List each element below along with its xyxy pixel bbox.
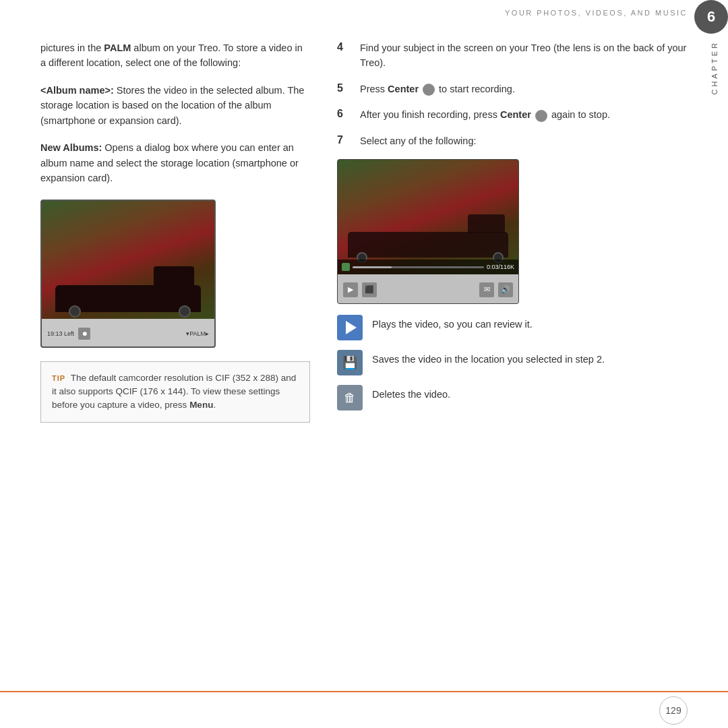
chapter-vertical-label: CHAPTER <box>710 40 719 95</box>
step-text-6: After you finish recording, press Center… <box>360 107 610 122</box>
step-number-5: 5 <box>337 82 351 94</box>
truck2-body <box>348 232 508 257</box>
toolbar-icon-camera: ⏺ <box>78 328 90 340</box>
toolbar-palm-label: ▾PALM▸ <box>186 330 209 337</box>
video-screenshot: 0:03/116K ▶ ⬛ ✉ 🔊 <box>337 159 519 304</box>
main-content: pictures in the PALM album on your Treo.… <box>40 34 688 688</box>
action-icon-save: 💾 <box>337 350 363 375</box>
device-screenshot-left: 19:13 Left ⏺ ▾PALM▸ <box>40 200 216 348</box>
video-timer: 0:03/116K <box>487 264 514 270</box>
center-button-icon-6 <box>535 110 547 122</box>
action-text-save: Saves the video in the location you sele… <box>372 350 605 367</box>
step-text-4: Find your subject in the screen on your … <box>360 40 688 71</box>
video-toolbar: ▶ ⬛ ✉ 🔊 <box>338 274 518 304</box>
bold-album-name: <Album name>: <box>40 85 114 96</box>
bold-palm: PALM <box>104 42 131 53</box>
action-play: Plays the video, so you can review it. <box>337 315 688 340</box>
video-play-icon <box>342 263 350 271</box>
footer-bar: 129 <box>0 691 728 728</box>
video-toolbar-icon-4: 🔊 <box>498 282 513 297</box>
truck2-cab <box>468 214 505 233</box>
truck-silhouette-left <box>55 265 201 312</box>
video-main-image: 0:03/116K <box>338 160 518 274</box>
truck-cab <box>154 266 194 286</box>
action-delete: 🗑 Deletes the video. <box>337 385 688 411</box>
header-bar: YOUR PHOTOS, VIDEOS, AND MUSIC <box>0 0 728 26</box>
video-toolbar-icon-1: ▶ <box>343 282 358 297</box>
action-text-play: Plays the video, so you can review it. <box>372 315 533 332</box>
video-progress-bar <box>353 266 484 268</box>
step-5: 5 Press Center to start recording. <box>337 82 688 96</box>
paragraph-new-albums: New Albums: Opens a dialog box where you… <box>40 140 310 185</box>
toolbar-time: 19:13 Left <box>47 330 74 337</box>
step-text-7: Select any of the following: <box>360 133 477 148</box>
step-4: 4 Find your subject in the screen on you… <box>337 40 688 71</box>
delete-icon: 🗑 <box>344 392 356 404</box>
truck-wheel-right <box>179 305 191 317</box>
device-toolbar: 19:13 Left ⏺ ▾PALM▸ <box>42 319 214 348</box>
action-icon-delete: 🗑 <box>337 385 363 411</box>
chapter-badge: 6 <box>694 0 728 34</box>
action-icon-play <box>337 315 363 340</box>
video-overlay-bar: 0:03/116K <box>338 260 518 274</box>
page-number: 129 <box>665 705 681 716</box>
step-number-7: 7 <box>337 133 351 146</box>
paragraph-palm-album: pictures in the PALM album on your Treo.… <box>40 40 310 71</box>
action-save: 💾 Saves the video in the location you se… <box>337 350 688 375</box>
video-toolbar-icon-2: ⬛ <box>362 282 377 297</box>
center-button-icon-5 <box>423 84 435 96</box>
bold-center-5: Center <box>388 84 419 94</box>
step-6: 6 After you finish recording, press Cent… <box>337 107 688 122</box>
page-number-badge: 129 <box>659 696 688 725</box>
paragraph-album-name: <Album name>: Stores the video in the se… <box>40 83 310 128</box>
action-text-delete: Deletes the video. <box>372 385 450 402</box>
tip-box: TIP The default camcorder resolution is … <box>40 361 310 423</box>
header-title: YOUR PHOTOS, VIDEOS, AND MUSIC <box>505 9 688 17</box>
play-triangle-icon <box>346 321 357 334</box>
tip-menu-bold: Menu <box>189 400 213 410</box>
truck-wheel-left <box>69 305 81 317</box>
right-column: 4 Find your subject in the screen on you… <box>337 34 688 688</box>
bold-new-albums: New Albums: <box>40 142 102 153</box>
video-toolbar-icon-3: ✉ <box>479 282 494 297</box>
bold-center-6: Center <box>500 109 531 120</box>
step-7: 7 Select any of the following: <box>337 133 688 148</box>
video-progress-fill <box>353 266 392 268</box>
tip-label: TIP <box>52 374 65 382</box>
step-number-4: 4 <box>337 40 351 53</box>
step-number-6: 6 <box>337 107 351 120</box>
step-text-5: Press Center to start recording. <box>360 82 515 96</box>
device-screen-image <box>42 201 214 319</box>
left-column: pictures in the PALM album on your Treo.… <box>40 34 310 688</box>
save-icon: 💾 <box>342 357 357 369</box>
